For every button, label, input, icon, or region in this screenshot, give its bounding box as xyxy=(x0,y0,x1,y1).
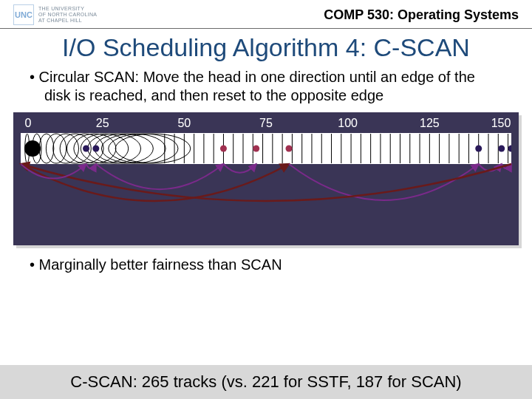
logo-line2: of NORTH CAROLINA xyxy=(38,12,97,18)
movement-arcs xyxy=(13,112,519,245)
slide-title: I/O Scheduling Algorithm 4: C-SCAN xyxy=(0,33,532,62)
diagram-body: 0255075100125150 xyxy=(13,112,519,245)
footer-bar: C-SCAN: 265 tracks (vs. 221 for SSTF, 18… xyxy=(0,365,532,399)
movement-arc xyxy=(289,164,479,200)
footer-text: C-SCAN: 265 tracks (vs. 221 for SSTF, 18… xyxy=(0,372,532,392)
cscan-diagram: 0255075100125150 xyxy=(13,112,519,245)
logo-line1: THE UNIVERSITY xyxy=(38,6,97,12)
slide-header: UNC THE UNIVERSITY of NORTH CAROLINA at … xyxy=(0,0,532,29)
movement-arc xyxy=(21,164,511,201)
logo-mark: UNC xyxy=(13,4,34,25)
unc-logo: UNC THE UNIVERSITY of NORTH CAROLINA at … xyxy=(13,4,97,25)
bullet-2: Marginally better fairness than SCAN xyxy=(0,256,532,274)
movement-arc xyxy=(96,164,224,189)
course-title: COMP 530: Operating Systems xyxy=(324,7,519,23)
logo-text: THE UNIVERSITY of NORTH CAROLINA at CHAP… xyxy=(38,6,97,23)
movement-arc xyxy=(223,164,256,173)
movement-arc xyxy=(86,164,96,168)
bullet-1: Circular SCAN: Move the head in one dire… xyxy=(0,68,532,105)
logo-line3: at CHAPEL HILL xyxy=(38,18,97,24)
